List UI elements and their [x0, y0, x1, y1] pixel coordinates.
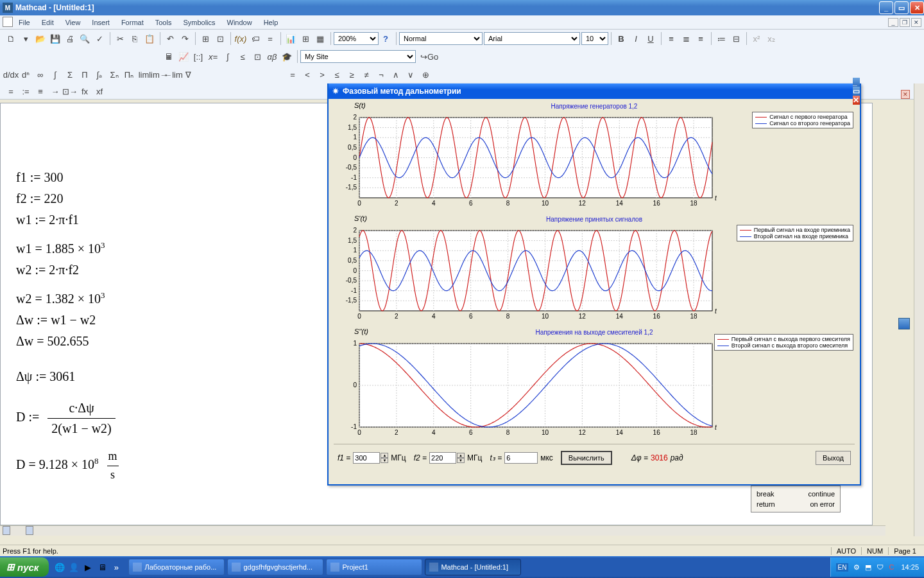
eval-symbolic-button[interactable]: → [48, 84, 62, 98]
ql-ie-icon[interactable]: 🌐 [54, 561, 65, 573]
calc-infinity-button[interactable]: ∞ [33, 67, 47, 82]
bool-ge-button[interactable]: ≥ [345, 67, 359, 82]
tray-icon-1[interactable]: ⚙ [852, 563, 861, 572]
menu-symbolics[interactable]: Symbolics [177, 17, 221, 28]
bool-le-button[interactable]: ≤ [330, 67, 344, 82]
save-button[interactable]: 💾 [48, 31, 62, 46]
eval-xf-button[interactable]: xf [92, 84, 107, 98]
redo-button[interactable]: ↷ [178, 31, 192, 46]
menu-tools[interactable]: Tools [150, 17, 178, 28]
calc-derivative-button[interactable]: d/dx [4, 67, 18, 82]
print-button[interactable]: 🖨 [63, 31, 77, 46]
mdi-close-button[interactable]: ✕ [911, 18, 921, 27]
prog-return[interactable]: return [757, 500, 775, 508]
bool-and-button[interactable]: ∧ [389, 67, 403, 82]
f2-input[interactable] [429, 452, 456, 464]
tray-icon-4[interactable]: C [887, 563, 896, 572]
underline-button[interactable]: U [644, 31, 658, 46]
matrix-palette-button[interactable]: [::] [191, 49, 205, 64]
close-button[interactable]: ✕ [910, 1, 924, 14]
prog-continue[interactable]: continue [808, 490, 835, 498]
phase-minimize-button[interactable]: _ [853, 78, 860, 87]
cut-button[interactable]: ✂ [113, 31, 127, 46]
tray-clock[interactable]: 14:25 [901, 563, 919, 571]
exit-button[interactable]: Выход [816, 451, 851, 465]
phase-maximize-button[interactable]: ▭ [853, 87, 860, 96]
calc-sum-button[interactable]: Σ [63, 67, 77, 82]
minimize-button[interactable]: _ [879, 1, 893, 14]
bool-gt-button[interactable]: > [315, 67, 329, 82]
graph-palette-button[interactable]: 📈 [176, 49, 191, 64]
align-regions-button[interactable]: ⊞ [198, 31, 212, 46]
eval-assign-button[interactable]: := [19, 84, 33, 98]
task-lab[interactable]: Лабораторные рабо... [128, 559, 225, 575]
new-doc-button[interactable]: 🗋 [4, 31, 18, 46]
phase-app-titlebar[interactable]: ✷ Фазовый метод дальнометрии _ ▭ ✕ [329, 83, 860, 99]
calc-product-button[interactable]: Π [78, 67, 92, 82]
paste-button[interactable]: 📋 [142, 31, 157, 46]
bool-ne-button[interactable]: ≠ [359, 67, 373, 82]
bullets-button[interactable]: ≔ [714, 31, 728, 46]
subscript-button[interactable]: x₂ [764, 31, 778, 46]
prog-break[interactable]: break [757, 490, 774, 498]
calculus-palette-button[interactable]: ∫ [221, 49, 235, 64]
mdi-restore-button[interactable]: ❐ [900, 18, 910, 27]
print-preview-button[interactable]: 🔍 [78, 31, 92, 46]
insert-math-button[interactable]: ⊡ [213, 31, 227, 46]
programming-palette-button[interactable]: ⊡ [250, 49, 264, 64]
undo-button[interactable]: ↶ [163, 31, 177, 46]
open-button[interactable]: 📂 [33, 31, 47, 46]
task-project1[interactable]: Project1 [326, 559, 422, 575]
style-select[interactable]: Normal [399, 32, 483, 45]
sidebar-close-icon[interactable]: ✕ [901, 90, 910, 99]
worksheet-hscroll[interactable] [0, 525, 886, 536]
task-mathcad[interactable]: Mathcad - [Untitled:1] [425, 559, 521, 575]
programming-palette[interactable]: breakcontinue returnon error [751, 486, 841, 512]
menu-format[interactable]: Format [116, 17, 150, 28]
calculate-button[interactable]: = [263, 31, 277, 46]
language-indicator[interactable]: EN [836, 563, 849, 572]
font-select[interactable]: Arial [484, 32, 580, 45]
menu-file[interactable]: File [13, 17, 36, 28]
calc-limit-left-button[interactable]: ←lim [166, 67, 180, 82]
fx-button[interactable]: f(x) [234, 31, 248, 46]
bool-lt-button[interactable]: < [300, 67, 314, 82]
calc-nth-derivative-button[interactable]: dⁿ [19, 67, 33, 82]
menu-help[interactable]: Help [258, 17, 284, 28]
new-dropdown[interactable]: ▾ [19, 31, 33, 46]
menu-edit[interactable]: Edit [36, 17, 60, 28]
ql-media-icon[interactable]: ▶ [82, 561, 94, 573]
superscript-button[interactable]: x² [749, 31, 764, 46]
bool-equals-button[interactable]: = [286, 67, 300, 82]
insert-component-button[interactable]: ▦ [313, 31, 327, 46]
calc-definite-integral-button[interactable]: ∫ₐ [92, 67, 107, 82]
calc-gradient-button[interactable]: ∇ [181, 67, 195, 82]
align-left-button[interactable]: ≡ [664, 31, 678, 46]
ql-msn-icon[interactable]: 👤 [68, 561, 80, 573]
bool-xor-button[interactable]: ⊕ [418, 67, 432, 82]
ql-more-icon[interactable]: » [110, 561, 122, 573]
menu-insert[interactable]: Insert [86, 17, 116, 28]
f1-input[interactable] [353, 452, 380, 464]
numbering-button[interactable]: ⊟ [729, 31, 743, 46]
spell-check-button[interactable]: ✓ [92, 31, 107, 46]
hscroll-thumb[interactable] [26, 526, 33, 535]
f2-spinner[interactable]: ▲▼ [457, 453, 465, 463]
greek-palette-button[interactable]: αβ [265, 49, 279, 64]
bold-button[interactable]: B [614, 31, 628, 46]
ql-desktop-icon[interactable]: 🖥 [96, 561, 108, 573]
calc-integral-button[interactable]: ∫ [48, 67, 62, 82]
insert-matrix-button[interactable]: ⊞ [298, 31, 312, 46]
calculate-button[interactable]: Вычислить [561, 451, 612, 465]
prog-onerror[interactable]: on error [810, 500, 835, 508]
menu-view[interactable]: View [60, 17, 87, 28]
align-right-button[interactable]: ≡ [694, 31, 708, 46]
calc-range-product-button[interactable]: Πₙ [122, 67, 136, 82]
calculator-palette-button[interactable]: 🖩 [162, 49, 176, 64]
tray-icon-3[interactable]: 🛡 [875, 563, 884, 572]
mysite-select[interactable]: My Site [300, 50, 416, 63]
insert-graph-button[interactable]: 📊 [284, 31, 298, 46]
insert-unit-button[interactable]: 🏷 [248, 31, 262, 46]
mdi-minimize-button[interactable]: _ [888, 18, 898, 27]
tz-input[interactable] [504, 452, 538, 464]
